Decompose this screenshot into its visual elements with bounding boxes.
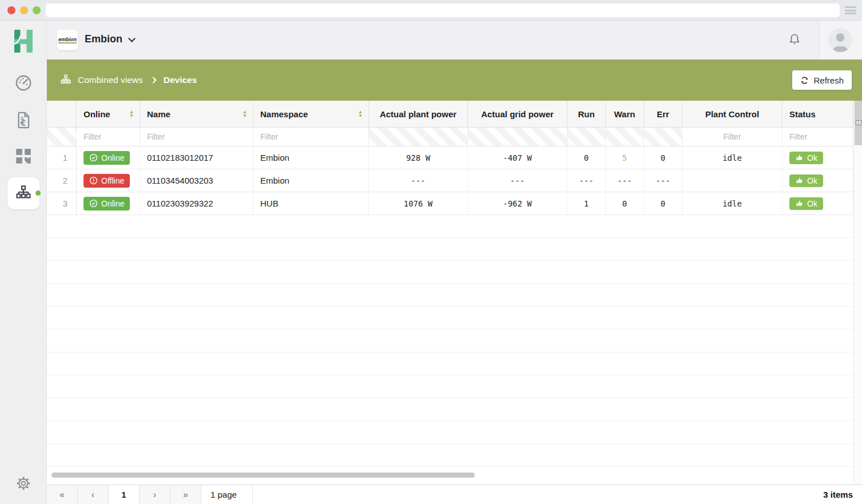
breadcrumb-current: Devices (164, 75, 197, 85)
filter-disabled-cell-warn (606, 128, 644, 146)
cell-plant_control: idle (682, 146, 782, 169)
column-label: Actual plant power (380, 109, 456, 119)
network-tree-icon (14, 184, 33, 203)
app-logo[interactable] (11, 28, 36, 54)
app-header: embion Embion (47, 21, 862, 59)
column-label: Warn (614, 109, 635, 119)
minimize-window-button[interactable] (20, 6, 28, 14)
cell-online: Offline (77, 169, 140, 192)
column-header-status: Status (782, 101, 853, 127)
pagination-prev-button[interactable]: ‹ (78, 485, 109, 504)
cell-grid_power: -962 W (468, 192, 567, 215)
empty-row (47, 238, 853, 261)
table-row[interactable]: 2Offline01103454003203Embion------------… (47, 169, 853, 192)
cell-status: Ok (782, 192, 853, 215)
cell-plant_control: idle (682, 192, 782, 215)
filter-input-name[interactable] (140, 128, 253, 146)
org-title[interactable]: Embion (85, 33, 122, 45)
status-ok-badge: Ok (789, 197, 823, 210)
maximize-window-button[interactable] (33, 6, 41, 14)
cell-warn: 5 (606, 146, 644, 169)
column-header-grid_power: Actual grid power (468, 101, 567, 127)
horizontal-scrollbar (47, 467, 853, 485)
check-circle-icon (89, 153, 98, 162)
filter-cell-namespace (253, 128, 369, 146)
sidebar-item-billing[interactable] (0, 104, 47, 136)
status-ok-badge: Ok (789, 174, 823, 187)
online-status-badge: Offline (84, 174, 130, 188)
bell-icon[interactable] (787, 33, 802, 47)
column-label: Online (84, 109, 110, 119)
cell-plant_power: 1076 W (369, 192, 468, 215)
cell-status: Ok (782, 146, 853, 169)
browser-menu-icon[interactable] (845, 6, 856, 14)
pagination-bar: « ‹ 1 › » 1 page 3 items (47, 485, 862, 504)
invoice-euro-icon (14, 110, 33, 130)
cell-run: --- (567, 169, 606, 192)
column-header-namespace[interactable]: Namespace▲▼ (253, 101, 369, 127)
table-row[interactable]: 3Online01102303929322HUB1076 W-962 W100i… (47, 192, 853, 215)
table-row[interactable]: 1Online01102183012017Embion928 W-407 W05… (47, 146, 853, 169)
empty-row (47, 307, 853, 330)
empty-row (47, 284, 853, 307)
cell-run: 1 (567, 192, 606, 215)
pagination-last-button[interactable]: » (170, 485, 201, 504)
empty-row (47, 444, 853, 467)
filter-cell-name (140, 128, 253, 146)
sidebar-item-modules[interactable] (0, 140, 47, 172)
filter-input-plant_control[interactable] (682, 128, 782, 146)
active-item-dot (35, 191, 41, 196)
table-header-row: Online▲▼Name▲▼Namespace▲▼Actual plant po… (47, 101, 853, 128)
filter-cell-online (77, 128, 140, 146)
filter-cell-status (782, 128, 853, 146)
filter-input-namespace[interactable] (253, 128, 368, 146)
cell-name: 01102183012017 (140, 146, 253, 169)
empty-row (47, 375, 853, 398)
pagination-next-button[interactable]: › (140, 485, 170, 504)
check-circle-icon (89, 199, 98, 208)
cell-index: 1 (47, 146, 77, 169)
toolbar: Combined views Devices Refresh (47, 59, 862, 101)
org-logo-text: embion (58, 37, 77, 43)
column-label: Actual grid power (481, 109, 554, 119)
cell-namespace: Embion (253, 146, 369, 169)
column-header-plant_control: Plant Control (682, 101, 782, 127)
cell-status: Ok (782, 169, 853, 192)
devices-table: Online▲▼Name▲▼Namespace▲▼Actual plant po… (47, 101, 853, 485)
table-body: 1Online01102183012017Embion928 W-407 W05… (47, 146, 853, 467)
filter-input-status[interactable] (782, 128, 853, 146)
table-filter-row (47, 128, 853, 146)
network-tree-icon (59, 74, 72, 86)
refresh-button[interactable]: Refresh (792, 70, 852, 90)
column-header-online[interactable]: Online▲▼ (77, 101, 140, 127)
sidebar-item-settings[interactable] (0, 467, 47, 499)
address-bar[interactable] (46, 3, 840, 17)
horizontal-scrollbar-thumb[interactable] (51, 473, 475, 478)
sidebar-item-devices[interactable] (7, 177, 39, 209)
breadcrumb-root[interactable]: Combined views (78, 75, 143, 85)
sidebar-item-dashboard[interactable] (0, 67, 47, 99)
pagination-first-button[interactable]: « (47, 485, 78, 504)
cell-warn: --- (606, 169, 644, 192)
user-avatar[interactable] (828, 27, 853, 53)
cell-plant_power: --- (369, 169, 468, 192)
cell-plant_power: 928 W (369, 146, 468, 169)
pagination-current-page[interactable]: 1 (109, 485, 140, 504)
empty-row (47, 352, 853, 375)
sort-icon[interactable]: ▲▼ (358, 110, 363, 118)
thumb-up-icon (795, 199, 804, 208)
chevron-down-icon[interactable] (128, 35, 136, 42)
filter-input-online[interactable] (77, 128, 140, 146)
filter-cell-plant_control (682, 128, 782, 146)
close-window-button[interactable] (7, 6, 15, 14)
org-logo[interactable]: embion (57, 30, 78, 50)
filter-disabled-cell-grid_power (468, 128, 567, 146)
column-label: Status (789, 109, 816, 119)
sort-icon[interactable]: ▲▼ (129, 110, 134, 118)
cell-index: 3 (47, 192, 77, 215)
column-settings-icon[interactable] (856, 120, 861, 125)
column-label: Run (578, 109, 594, 119)
sort-icon[interactable]: ▲▼ (243, 110, 247, 118)
cell-err: 0 (644, 146, 682, 169)
column-header-name[interactable]: Name▲▼ (140, 101, 253, 127)
